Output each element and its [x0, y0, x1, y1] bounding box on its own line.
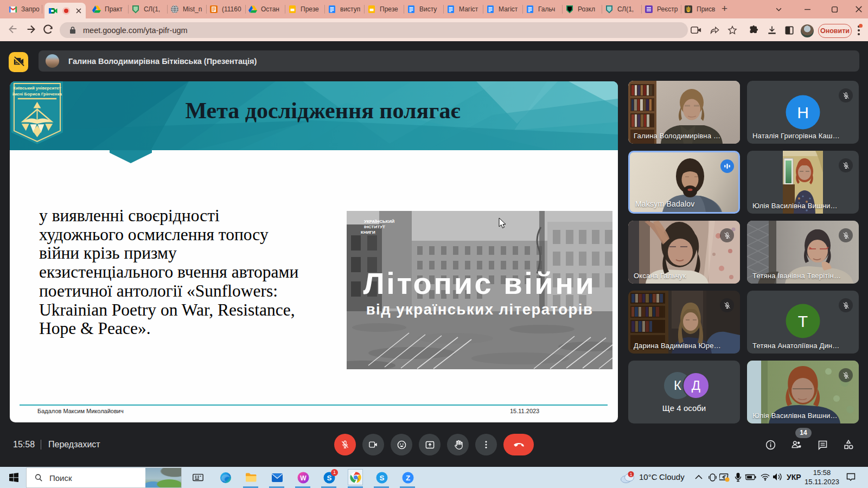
svg-text:W: W	[300, 474, 307, 481]
svg-text:від українських літераторів: від українських літераторів	[366, 301, 593, 318]
svg-text:КНИГИ: КНИГИ	[361, 230, 375, 235]
svg-text:1: 1	[630, 472, 633, 477]
svg-text:ІНСТИТУТ: ІНСТИТУТ	[364, 224, 385, 229]
svg-text:S: S	[327, 474, 331, 482]
svg-text:Z: Z	[405, 474, 410, 482]
svg-text:імені Бориса Грінченка: імені Бориса Грінченка	[12, 92, 62, 97]
svg-text:Літопис війни: Літопис війни	[363, 266, 596, 300]
svg-text:S: S	[379, 474, 384, 482]
svg-text:Київський університет: Київський університет	[13, 86, 61, 91]
svg-text:УКРАЇНСЬКИЙ: УКРАЇНСЬКИЙ	[364, 219, 394, 224]
